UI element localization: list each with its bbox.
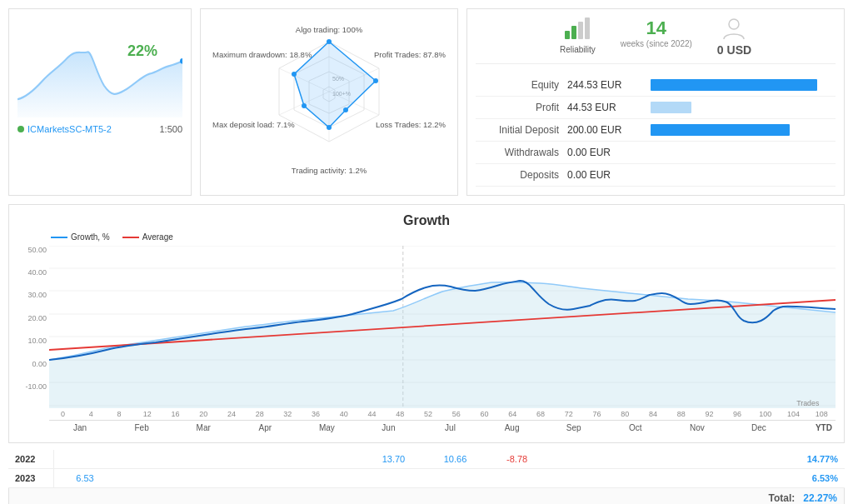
radar-label-top: Algo trading: 100% xyxy=(296,25,362,34)
svg-point-11 xyxy=(327,39,332,44)
2022-aug: -8.78 xyxy=(486,450,548,468)
profit-row: Profit 44.53 EUR xyxy=(476,97,836,119)
y-label-10: 10.00 xyxy=(27,337,47,345)
month-jun: Jun xyxy=(357,423,419,432)
svg-point-16 xyxy=(292,72,297,77)
deposits-value: 0.00 EUR xyxy=(567,169,651,181)
equity-bar xyxy=(651,79,817,91)
svg-rect-20 xyxy=(585,17,590,39)
mini-chart-svg xyxy=(17,17,182,117)
2023-jun xyxy=(362,469,424,487)
year-2022-months: 13.70 10.66 -8.78 xyxy=(54,450,795,468)
2023-feb xyxy=(116,469,177,487)
2023-mar xyxy=(177,469,239,487)
trade-label-76: 76 xyxy=(583,410,611,418)
2023-apr xyxy=(239,469,301,487)
2022-jun: 13.70 xyxy=(362,450,424,468)
2022-dec xyxy=(733,450,795,468)
trade-label-100: 100 xyxy=(751,410,779,418)
2022-jan xyxy=(54,450,116,468)
usd-stat: 0 USD xyxy=(717,17,751,57)
trade-label-108: 108 xyxy=(808,410,836,418)
trade-label-92: 92 xyxy=(696,410,723,418)
month-jan: Jan xyxy=(49,423,111,432)
person-icon xyxy=(721,17,746,43)
equity-label: Equity xyxy=(476,79,567,91)
trade-label-44: 44 xyxy=(358,410,386,418)
chart-title: Growth xyxy=(17,213,836,228)
2023-dec xyxy=(733,469,795,487)
initial-deposit-row: Initial Deposit 200.00 EUR xyxy=(476,119,836,142)
trade-label-68: 68 xyxy=(526,410,554,418)
growth-legend-label: Growth, % xyxy=(71,232,110,242)
weeks-stat: 14 weeks (since 2022) xyxy=(621,17,692,57)
month-feb: Feb xyxy=(111,423,172,432)
trade-label-72: 72 xyxy=(555,410,582,418)
svg-marker-10 xyxy=(294,42,376,127)
deposits-bar-container xyxy=(651,167,836,182)
top-section: 22% ICMarketsSC-MT5-2 1:500 Algo trading… xyxy=(8,8,845,196)
y-label-0: 0.00 xyxy=(32,360,47,368)
svg-text:Trades: Trades xyxy=(796,399,820,407)
2022-jul: 10.66 xyxy=(424,450,486,468)
trade-label-60: 60 xyxy=(471,410,498,418)
year-row-2023: 2023 6.53 6.53% xyxy=(8,469,845,488)
reliability-label: Reliability xyxy=(560,45,596,54)
y-axis: 50.00 40.00 30.00 20.00 10.00 0.00 -10.0… xyxy=(17,246,49,408)
total-label: Total: xyxy=(769,492,796,504)
year-2022-label: 2022 xyxy=(8,450,54,468)
y-label-20: 20.00 xyxy=(27,314,47,322)
trade-label-32: 32 xyxy=(274,410,302,418)
year-2023-label: 2023 xyxy=(8,469,54,487)
2022-may xyxy=(301,450,362,468)
account-name: ICMarketsSC-MT5-2 xyxy=(17,124,112,134)
total-row: Total: 22.27% xyxy=(8,488,845,504)
initial-deposit-label: Initial Deposit xyxy=(476,124,567,136)
profit-label: Profit xyxy=(476,102,567,113)
main-container: 22% ICMarketsSC-MT5-2 1:500 Algo trading… xyxy=(0,0,853,504)
month-labels-row: Jan Feb Mar Apr May Jun Jul Aug Sep Oct … xyxy=(49,420,836,432)
withdrawals-value: 0.00 EUR xyxy=(567,147,651,158)
svg-point-12 xyxy=(373,78,378,83)
trade-label-28: 28 xyxy=(246,410,273,418)
trade-label-104: 104 xyxy=(780,410,807,418)
2022-ytd: 14.77% xyxy=(795,450,845,468)
profit-bar-container xyxy=(651,100,836,115)
2023-sep xyxy=(548,469,610,487)
trade-label-84: 84 xyxy=(639,410,666,418)
growth-legend: Growth, % xyxy=(51,232,110,242)
trade-label-24: 24 xyxy=(217,410,245,418)
deposits-row: Deposits 0.00 EUR xyxy=(476,164,836,187)
trade-label-64: 64 xyxy=(499,410,526,418)
chart-svg-container: Trades 0 4 8 12 16 20 24 28 32 36 40 44 xyxy=(49,246,836,420)
reliability-icon xyxy=(565,17,590,43)
trade-label-56: 56 xyxy=(442,410,470,418)
y-label-30: 30.00 xyxy=(27,291,47,299)
trade-label-4: 4 xyxy=(77,410,105,418)
top-stats: Reliability 14 weeks (since 2022) 0 US xyxy=(476,17,836,64)
month-may: May xyxy=(296,423,357,432)
2023-jul xyxy=(424,469,486,487)
trade-label-48: 48 xyxy=(387,410,414,418)
growth-legend-color xyxy=(51,237,67,238)
2022-apr xyxy=(239,450,301,468)
2023-nov xyxy=(671,469,733,487)
trade-label-20: 20 xyxy=(190,410,217,418)
svg-rect-18 xyxy=(571,26,576,39)
trade-label-12: 12 xyxy=(133,410,161,418)
svg-point-13 xyxy=(343,107,348,112)
total-value: 22.27% xyxy=(803,492,837,504)
2023-oct xyxy=(610,469,671,487)
month-jul: Jul xyxy=(419,423,481,432)
equity-bar-container xyxy=(651,77,836,92)
2022-sep xyxy=(548,450,610,468)
profit-bar xyxy=(651,102,691,113)
year-rows-container: 2022 13.70 10.66 -8.78 14.77% 2023 6.53 xyxy=(8,450,845,488)
x-axis-trades: 0 4 8 12 16 20 24 28 32 36 40 44 48 52 5… xyxy=(49,408,836,420)
2022-mar xyxy=(177,450,239,468)
chart-legend: Growth, % Average xyxy=(17,232,836,242)
svg-rect-19 xyxy=(578,22,583,39)
trade-label-0: 0 xyxy=(49,410,77,418)
average-legend: Average xyxy=(122,232,173,242)
2022-oct xyxy=(610,450,671,468)
